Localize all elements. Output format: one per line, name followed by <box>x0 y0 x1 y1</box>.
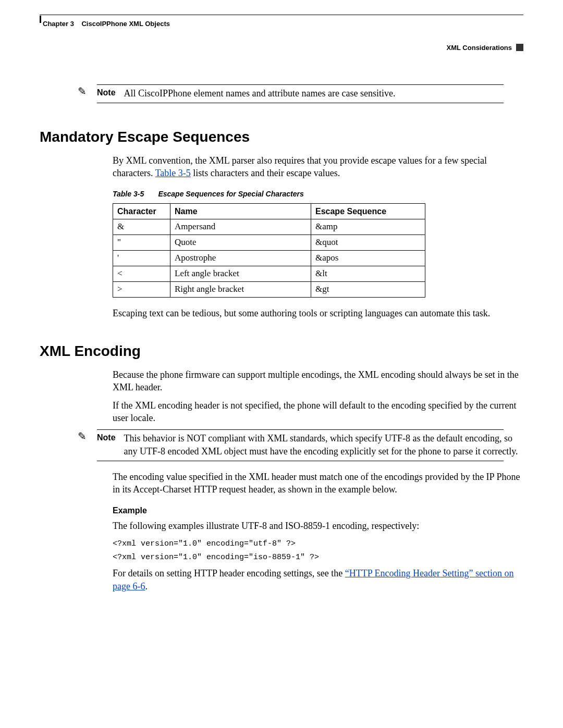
cell-char: > <box>113 282 170 298</box>
table-row: & Ampersand &amp <box>113 219 425 235</box>
cell-name: Apostrophe <box>170 251 311 266</box>
heading-mandatory-escape: Mandatory Escape Sequences <box>40 127 523 147</box>
header-square-icon <box>516 44 523 51</box>
cell-seq: &lt <box>311 266 425 282</box>
escape-sequence-table: Character Name Escape Sequence & Ampersa… <box>113 203 425 298</box>
header-subsection: XML Considerations <box>447 43 512 53</box>
running-header: Chapter 3 CiscoIPPhone XML Objects <box>40 18 523 29</box>
table-caption-title: Escape Sequences for Special Characters <box>158 190 303 198</box>
p4-post: . <box>145 581 148 591</box>
cell-seq: &quot <box>311 235 425 251</box>
note-label: Note <box>97 432 116 443</box>
pencil-icon: ✎ <box>78 84 87 98</box>
cell-char: & <box>113 219 170 235</box>
cell-name: Left angle bracket <box>170 266 311 282</box>
cell-seq: &apos <box>311 251 425 266</box>
cell-char: ' <box>113 251 170 266</box>
table-row: " Quote &quot <box>113 235 425 251</box>
chapter-title: CiscoIPPhone XML Objects <box>81 20 170 28</box>
cell-seq: &gt <box>311 282 425 298</box>
th-character: Character <box>113 203 170 219</box>
section2-p3: The encoding value specified in the XML … <box>113 471 521 496</box>
example-heading: Example <box>113 505 523 516</box>
example-intro: The following examples illustrate UTF-8 … <box>113 520 521 532</box>
pencil-icon: ✎ <box>78 429 87 443</box>
th-escape: Escape Sequence <box>311 203 425 219</box>
note-label: Note <box>97 87 116 98</box>
table-row: < Left angle bracket &lt <box>113 266 425 282</box>
header-left-bar <box>40 16 41 23</box>
cell-char: " <box>113 235 170 251</box>
th-name: Name <box>170 203 311 219</box>
note-block-1: ✎ Note All CiscoIPPhone element names an… <box>40 84 523 105</box>
section2-p1: Because the phone firmware can support m… <box>113 368 521 394</box>
note-text: This behavior is NOT compliant with XML … <box>124 432 523 458</box>
table-3-5-link[interactable]: Table 3-5 <box>155 168 191 178</box>
p4-pre: For details on setting HTTP header encod… <box>113 568 345 578</box>
cell-name: Right angle bracket <box>170 282 311 298</box>
note-text: All CiscoIPPhone element names and attri… <box>124 87 523 100</box>
table-row: ' Apostrophe &apos <box>113 251 425 266</box>
section1-outro: Escaping text can be tedious, but some a… <box>113 307 521 319</box>
header-rule <box>40 15 523 15</box>
intro-post: lists characters and their escape values… <box>191 168 340 178</box>
code-block: <?xml version="1.0" encoding="utf-8" ?> … <box>113 537 523 564</box>
heading-xml-encoding: XML Encoding <box>40 341 523 361</box>
note-block-2: ✎ Note This behavior is NOT compliant wi… <box>40 429 523 463</box>
section1-intro: By XML convention, the XML parser also r… <box>113 154 521 180</box>
cell-name: Ampersand <box>170 219 311 235</box>
chapter-label: Chapter 3 <box>43 20 74 28</box>
cell-char: < <box>113 266 170 282</box>
table-row: > Right angle bracket &gt <box>113 282 425 298</box>
table-caption-num: Table 3-5 <box>113 190 144 198</box>
cell-seq: &amp <box>311 219 425 235</box>
section2-p4: For details on setting HTTP header encod… <box>113 567 521 593</box>
cell-name: Quote <box>170 235 311 251</box>
section2-p2: If the XML encoding header is not specif… <box>113 399 521 425</box>
table-caption: Table 3-5 Escape Sequences for Special C… <box>113 189 523 199</box>
